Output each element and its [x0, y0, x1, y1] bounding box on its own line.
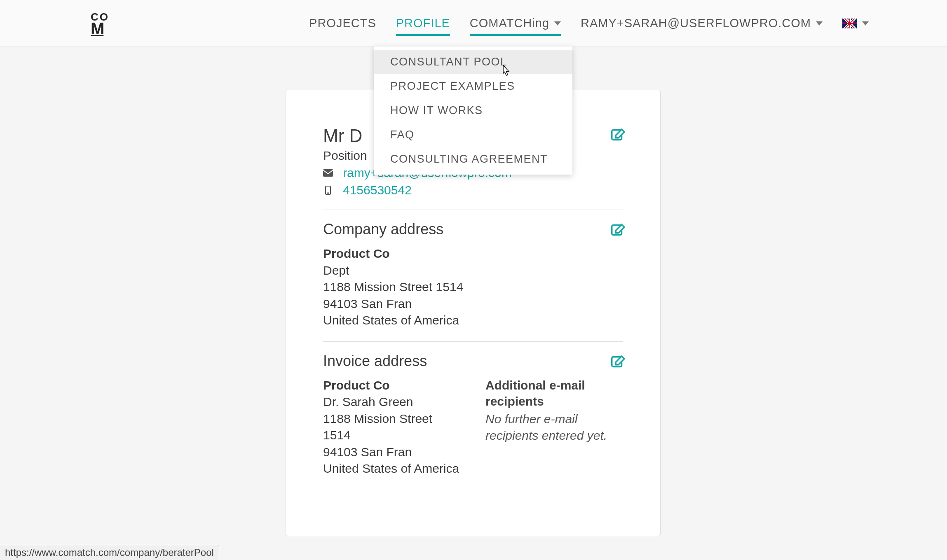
- invoice-city: 94103 San Fran: [323, 444, 461, 461]
- invoice-address-block: Product Co Dr. Sarah Green 1188 Mission …: [323, 377, 461, 477]
- nav-comatching-label: COMATCHing: [470, 16, 549, 30]
- nav-comatching[interactable]: COMATCHing: [470, 2, 561, 45]
- svg-point-3: [328, 193, 328, 194]
- company-name: Product Co: [323, 245, 623, 262]
- nav-account-label: RAMY+SARAH@USERFLOWPRO.COM: [581, 16, 811, 30]
- logo[interactable]: CO M: [91, 7, 112, 40]
- invoice-country: United States of America: [323, 460, 461, 477]
- top-nav-bar: CO M PROJECTS PROFILE COMATCHing RAMY+SA…: [0, 0, 947, 47]
- mobile-icon: [323, 186, 333, 195]
- edit-icon: [610, 355, 626, 371]
- invoice-street: 1188 Mission Street 1514: [323, 411, 461, 444]
- envelope-icon: [323, 169, 333, 177]
- company-address-section: Company address Product Co Dept 1188 Mis…: [323, 221, 623, 342]
- company-city: 94103 San Fran: [323, 296, 623, 313]
- recipients-label: Additional e-mail recipients: [485, 377, 623, 409]
- edit-company-address-button[interactable]: [610, 223, 626, 240]
- invoice-columns: Product Co Dr. Sarah Green 1188 Mission …: [323, 377, 623, 477]
- edit-invoice-address-button[interactable]: [610, 355, 626, 372]
- invoice-name: Product Co: [323, 377, 461, 394]
- svg-rect-1: [323, 169, 333, 177]
- dropdown-consulting-agreement[interactable]: CONSULTING AGREEMENT: [374, 147, 572, 171]
- nav-language[interactable]: [842, 4, 869, 43]
- nav-projects[interactable]: PROJECTS: [309, 2, 376, 45]
- phone-row: 4156530542: [323, 183, 623, 197]
- dropdown-project-examples[interactable]: PROJECT EXAMPLES: [374, 74, 572, 98]
- invoice-person: Dr. Sarah Green: [323, 394, 461, 411]
- caret-down-icon: [816, 21, 823, 26]
- caret-down-icon: [862, 21, 869, 26]
- recipients-empty: No further e-mail recipients entered yet…: [485, 411, 623, 444]
- caret-down-icon: [554, 21, 561, 26]
- recipients-block: Additional e-mail recipients No further …: [485, 377, 623, 477]
- company-street: 1188 Mission Street 1514: [323, 279, 623, 296]
- status-bar-url: https://www.comatch.com/company/beraterP…: [0, 545, 219, 560]
- company-address-heading: Company address: [323, 221, 623, 238]
- invoice-address-section: Invoice address Product Co Dr. Sarah Gre…: [323, 352, 623, 490]
- edit-icon: [610, 128, 626, 144]
- company-country: United States of America: [323, 312, 623, 329]
- edit-profile-button[interactable]: [610, 128, 626, 145]
- edit-icon: [610, 223, 626, 239]
- dropdown-how-it-works[interactable]: HOW IT WORKS: [374, 98, 572, 123]
- company-dept: Dept: [323, 262, 623, 279]
- invoice-address-heading: Invoice address: [323, 352, 623, 370]
- nav-links: PROJECTS PROFILE COMATCHing RAMY+SARAH@U…: [309, 2, 869, 45]
- uk-flag-icon: [842, 19, 857, 28]
- phone-link[interactable]: 4156530542: [343, 183, 412, 197]
- comatching-dropdown: CONSULTANT POOL PROJECT EXAMPLES HOW IT …: [374, 47, 572, 175]
- dropdown-consultant-pool[interactable]: CONSULTANT POOL: [374, 50, 572, 74]
- nav-account[interactable]: RAMY+SARAH@USERFLOWPRO.COM: [581, 2, 823, 45]
- company-address-block: Product Co Dept 1188 Mission Street 1514…: [323, 245, 623, 329]
- dropdown-faq[interactable]: FAQ: [374, 123, 572, 147]
- nav-profile[interactable]: PROFILE: [396, 2, 450, 45]
